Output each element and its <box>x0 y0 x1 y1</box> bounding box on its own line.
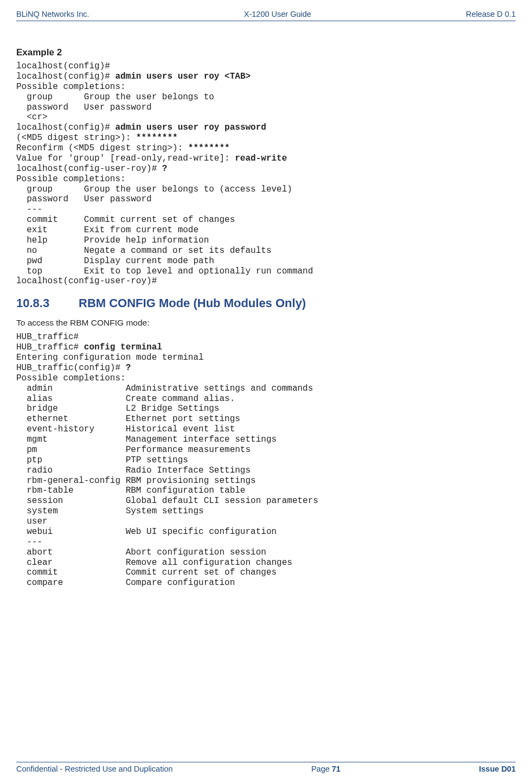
code-line: commit Commit current set of changes <box>16 568 277 577</box>
page-header: BLiNQ Networks Inc. X-1200 User Guide Re… <box>16 10 516 21</box>
code-line: Entering configuration mode terminal <box>16 353 204 362</box>
page-footer: Confidential - Restricted Use and Duplic… <box>16 762 516 773</box>
footer-page-number: 71 <box>332 765 341 773</box>
page-content: Example 2 localhost(config)# localhost(c… <box>16 47 516 740</box>
code-line: pwd Display current mode path <box>16 256 214 266</box>
code-line: Possible completions: <box>16 174 126 184</box>
code-block-2: HUB_traffic# HUB_traffic# config termina… <box>16 332 516 588</box>
code-line: localhost(config-user-roy)# <box>16 276 157 286</box>
code-line: group Group the user belongs to (access … <box>16 184 292 194</box>
code-line: webui Web UI specific configuration <box>16 527 277 537</box>
example-heading: Example 2 <box>16 47 516 58</box>
footer-page: Page 71 <box>311 765 341 773</box>
code-line: ethernet Ethernet port settings <box>16 414 240 424</box>
code-line: exit Exit from current mode <box>16 225 198 235</box>
code-line: --- <box>16 205 42 214</box>
code-bold: ? <box>126 363 131 373</box>
code-line: (<MD5 digest string>): <box>16 133 136 143</box>
header-release: Release D 0.1 <box>466 10 516 18</box>
code-line: admin Administrative settings and comman… <box>16 384 313 393</box>
code-line: no Negate a command or set its defaults <box>16 246 271 256</box>
code-line: rbm-general-config RBM provisioning sett… <box>16 476 256 486</box>
code-line: pm Performance measurements <box>16 445 251 455</box>
code-line: localhost(config-user-roy)# <box>16 164 162 174</box>
footer-issue: Issue D01 <box>479 765 516 773</box>
code-line: mgmt Management interface settings <box>16 435 277 444</box>
section-heading: 10.8.3RBM CONFIG Mode (Hub Modules Only) <box>16 296 516 310</box>
code-bold: ******** <box>136 133 178 143</box>
code-line: Possible completions: <box>16 82 126 92</box>
code-bold: ? <box>162 164 168 174</box>
code-line: compare Compare configuration <box>16 578 235 588</box>
code-line: Reconfirm (<MD5 digest string>): <box>16 143 188 153</box>
code-line: --- <box>16 537 42 547</box>
code-line: localhost(config)# <box>16 123 115 132</box>
header-title: X-1200 User Guide <box>244 10 311 18</box>
code-bold: read-write <box>235 154 287 163</box>
code-line: <cr> <box>16 112 48 122</box>
code-line: password User password <box>16 103 152 112</box>
code-line: bridge L2 Bridge Settings <box>16 404 219 413</box>
code-bold: admin users user roy <TAB> <box>115 72 251 81</box>
code-line: localhost(config)# <box>16 61 110 71</box>
code-line: HUB_traffic(config)# <box>16 363 126 373</box>
code-line: abort Abort configuration session <box>16 548 266 557</box>
code-line: HUB_traffic# <box>16 332 79 342</box>
code-line: clear Remove all configuration changes <box>16 558 292 568</box>
section-number: 10.8.3 <box>16 296 79 310</box>
code-line: Value for 'group' [read-only,read-write]… <box>16 154 235 163</box>
code-bold: config terminal <box>84 342 162 352</box>
section-intro: To access the RBM CONFIG mode: <box>16 318 516 328</box>
code-line: alias Create command alias. <box>16 394 235 404</box>
code-line: help Provide help information <box>16 235 209 245</box>
code-line: radio Radio Interface Settings <box>16 466 251 475</box>
code-bold: ******** <box>188 143 230 153</box>
code-line: password User password <box>16 194 152 204</box>
code-line: ptp PTP settings <box>16 455 188 465</box>
code-line: user <box>16 517 48 526</box>
header-company: BLiNQ Networks Inc. <box>16 10 89 18</box>
code-line: Possible completions: <box>16 373 126 383</box>
code-bold: admin users user roy password <box>115 123 266 132</box>
code-line: group Group the user belongs to <box>16 92 214 102</box>
section-title-text: RBM CONFIG Mode (Hub Modules Only) <box>79 296 306 310</box>
code-line: rbm-table RBM configuration table <box>16 486 245 495</box>
code-line: commit Commit current set of changes <box>16 215 235 225</box>
code-line: HUB_traffic# <box>16 342 84 352</box>
code-block-1: localhost(config)# localhost(config)# ad… <box>16 61 516 287</box>
code-line: localhost(config)# <box>16 72 115 81</box>
code-line: system System settings <box>16 506 204 516</box>
code-line: top Exit to top level and optionally run… <box>16 266 313 276</box>
footer-confidential: Confidential - Restricted Use and Duplic… <box>16 765 173 773</box>
code-line: event-history Historical event list <box>16 424 235 434</box>
code-line: session Global default CLI session param… <box>16 496 318 506</box>
